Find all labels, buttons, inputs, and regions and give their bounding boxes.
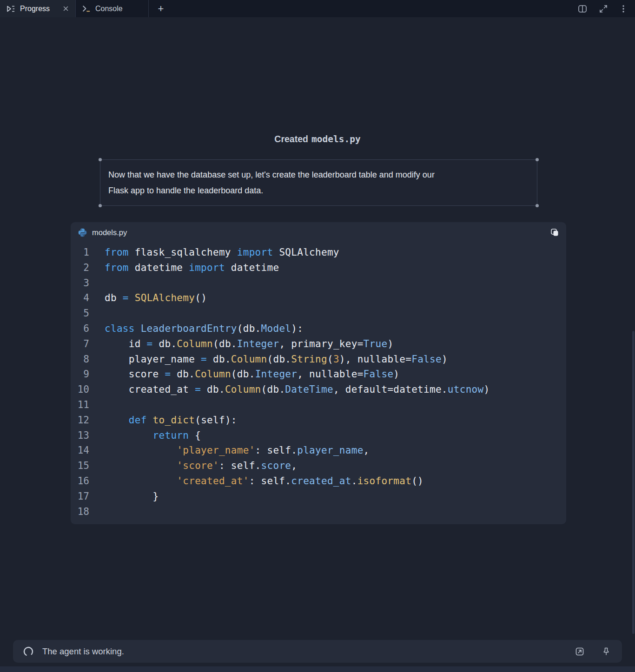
code-line: 6class LeaderboardEntry(db.Model):: [71, 321, 566, 336]
line-number: 8: [71, 352, 89, 367]
line-number: 14: [71, 443, 89, 458]
line-number: 13: [71, 428, 89, 443]
tab-label: Console: [95, 5, 123, 13]
line-number: 15: [71, 458, 89, 474]
code-line: 17 }: [71, 489, 566, 504]
line-number: 18: [71, 504, 89, 520]
code-line: 3: [71, 276, 566, 291]
note-line: Flask app to handle the leaderboard data…: [108, 183, 529, 198]
code-line: 4db = SQLAlchemy(): [71, 290, 566, 306]
tab-console[interactable]: Console: [76, 0, 149, 17]
line-number: 16: [71, 474, 89, 489]
line-number: 3: [71, 276, 89, 291]
tab-progress[interactable]: Progress: [0, 0, 76, 17]
line-number: 1: [71, 245, 89, 260]
code-line: 7 id = db.Column(db.Integer, primary_key…: [71, 336, 566, 352]
status-text: The agent is working.: [42, 646, 124, 657]
step-action-label: Created: [274, 134, 308, 144]
python-icon: [78, 228, 87, 237]
pin-icon[interactable]: [602, 647, 611, 656]
code-line: 8 player_name = db.Column(db.String(3), …: [71, 352, 566, 367]
line-number: 7: [71, 336, 89, 352]
step-filename: models.py: [311, 134, 361, 145]
status-actions: [575, 646, 613, 657]
code-line: 15 'score': self.score,: [71, 458, 566, 474]
code-line: 12 def to_dict(self):: [71, 413, 566, 428]
code-line: 10 created_at = db.Column(db.DateTime, d…: [71, 382, 566, 397]
app-window: { "tabbar": { "tabs": [ {"label": "Progr…: [0, 0, 635, 672]
tab-label: Progress: [20, 5, 50, 13]
code-line: 2from datetime import datetime: [71, 260, 566, 276]
agent-note-box: Now that we have the database set up, le…: [100, 159, 537, 206]
agent-status-bar: The agent is working.: [13, 640, 622, 663]
code-line: 14 'player_name': self.player_name,: [71, 443, 566, 458]
code-line: 1from flask_sqlalchemy import SQLAlchemy: [71, 245, 566, 260]
page-title: Createdmodels.py: [0, 134, 635, 145]
line-number: 4: [71, 290, 89, 306]
code-line: 13 return {: [71, 428, 566, 443]
code-panel: models.py 1from flask_sqlalchemy import …: [71, 222, 566, 524]
split-view-icon[interactable]: [577, 4, 588, 14]
code-panel-header: models.py: [71, 222, 566, 243]
code-line: 5: [71, 306, 566, 321]
scrollbar-thumb[interactable]: [632, 331, 635, 634]
handle-dot: [536, 158, 539, 161]
handle-dot: [99, 158, 102, 161]
progress-playlist-icon: [6, 4, 15, 13]
new-tab-button[interactable]: +: [149, 0, 173, 17]
line-number: 6: [71, 321, 89, 336]
window-bottom-edge: [0, 666, 635, 672]
close-icon[interactable]: [62, 5, 69, 12]
expand-icon[interactable]: [599, 4, 608, 13]
line-number: 11: [71, 397, 89, 413]
code-line: 9 score = db.Column(db.Integer, nullable…: [71, 367, 566, 382]
note-line: Now that we have the database set up, le…: [108, 167, 529, 183]
line-number: 10: [71, 382, 89, 397]
terminal-icon: [82, 4, 91, 13]
line-number: 2: [71, 260, 89, 276]
line-number: 12: [71, 413, 89, 428]
copy-icon[interactable]: [550, 228, 559, 237]
line-number: 17: [71, 489, 89, 504]
code-line: 16 'created_at': self.created_at.isoform…: [71, 474, 566, 489]
open-external-icon[interactable]: [575, 646, 585, 657]
spinner-icon: [22, 646, 34, 658]
window-controls: [577, 0, 635, 17]
code-lines: 1from flask_sqlalchemy import SQLAlchemy…: [71, 243, 566, 519]
code-filename: models.py: [92, 228, 127, 237]
tab-bar: Progress Console +: [0, 0, 635, 17]
line-number: 5: [71, 306, 89, 321]
code-line: 18: [71, 504, 566, 520]
line-number: 9: [71, 367, 89, 382]
overflow-menu-icon[interactable]: [619, 4, 628, 13]
handle-dot: [99, 204, 102, 207]
handle-dot: [536, 204, 539, 207]
code-line: 11: [71, 397, 566, 413]
